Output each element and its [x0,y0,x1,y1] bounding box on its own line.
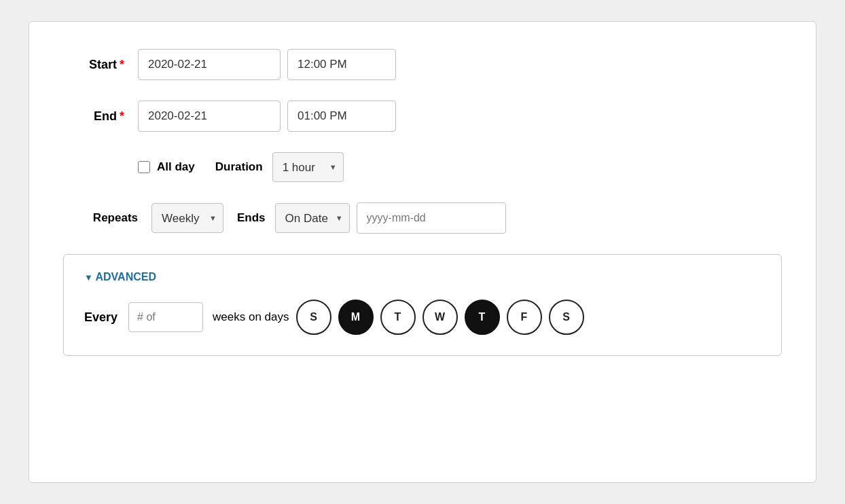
end-row: End* [63,101,782,132]
weeks-on-days-label: weeks on days [213,310,289,324]
advanced-inner: Every weeks on days S M T W T F S [84,300,761,335]
end-required: * [120,109,124,123]
end-time-input[interactable] [287,101,396,132]
start-date-input[interactable] [138,49,281,80]
start-time-input[interactable] [287,49,396,80]
ends-select[interactable]: On Date After Never [275,203,350,233]
ends-label: Ends [237,211,266,225]
form-container: Start* End* All day Duration 1 hour 2 ho… [29,21,816,483]
advanced-section: ADVANCED Every weeks on days S M T W T F… [63,254,782,356]
day-button-thu[interactable]: T [465,300,500,335]
start-required: * [120,58,124,71]
day-buttons-group: S M T W T F S [296,300,584,335]
allday-checkbox[interactable] [138,161,150,173]
repeats-label: Repeats [63,211,138,225]
ends-date-input[interactable] [357,202,506,234]
repeats-row: Repeats Daily Weekly Monthly Yearly Ends… [63,202,782,234]
day-button-wed[interactable]: W [422,300,458,335]
day-button-tue[interactable]: T [380,300,416,335]
end-label: End* [63,109,124,124]
duration-select[interactable]: 1 hour 2 hours 3 hours Custom [272,152,344,182]
advanced-toggle[interactable]: ADVANCED [84,271,761,283]
duration-label: Duration [215,160,263,174]
end-date-input[interactable] [138,101,281,132]
duration-select-wrapper: 1 hour 2 hours 3 hours Custom [272,152,344,182]
every-input[interactable] [128,302,203,332]
day-button-fri[interactable]: F [507,300,542,335]
day-button-sun[interactable]: S [296,300,331,335]
repeats-select-wrapper: Daily Weekly Monthly Yearly [151,203,223,233]
advanced-header-text: ADVANCED [95,271,156,283]
ends-select-wrapper: On Date After Never [275,203,350,233]
start-label: Start* [63,58,124,72]
repeats-select[interactable]: Daily Weekly Monthly Yearly [151,203,223,233]
day-button-mon[interactable]: M [338,300,374,335]
start-row: Start* [63,49,782,80]
every-label: Every [84,310,118,325]
allday-label: All day [157,160,195,174]
day-button-sat[interactable]: S [549,300,584,335]
allday-duration-row: All day Duration 1 hour 2 hours 3 hours … [138,152,782,182]
